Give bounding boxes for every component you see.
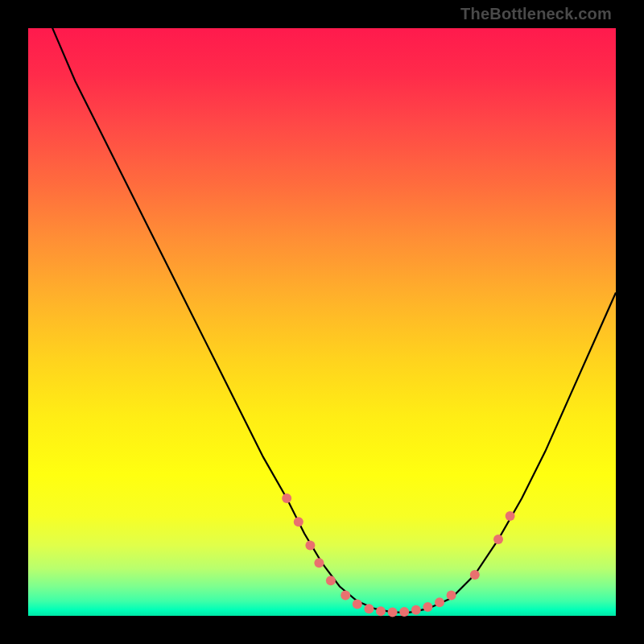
curve-marker — [353, 599, 362, 609]
curve-marker — [399, 607, 409, 617]
curve-marker — [435, 597, 444, 607]
chart-frame: TheBottleneck.com — [0, 0, 644, 644]
curve-marker — [376, 606, 386, 616]
curve-marker — [423, 602, 432, 612]
curve-marker — [411, 605, 421, 615]
curve-marker — [493, 535, 503, 544]
attribution-text: TheBottleneck.com — [460, 5, 612, 23]
curve-marker — [506, 511, 515, 521]
curve-marker — [364, 604, 374, 613]
curve-marker — [305, 540, 315, 550]
curve-marker — [447, 591, 456, 601]
curve-layer — [28, 28, 616, 616]
curve-marker — [470, 570, 480, 580]
curve-marker — [294, 517, 303, 526]
curve-marker — [314, 558, 324, 568]
curve-marker — [341, 591, 350, 601]
curve-marker — [326, 576, 336, 585]
curve-marker — [282, 493, 291, 503]
curve-marker — [388, 608, 398, 617]
bottleneck-curve — [28, 0, 616, 613]
